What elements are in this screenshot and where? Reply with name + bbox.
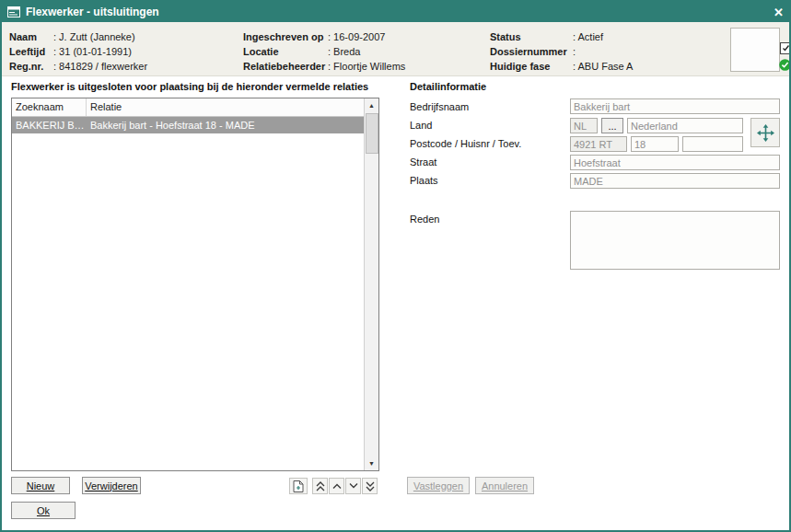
regnr-label: Reg.nr. [9, 59, 53, 74]
land-label: Land [410, 120, 432, 131]
column-header-relatie[interactable]: Relatie [87, 98, 365, 116]
plaats-label: Plaats [410, 175, 438, 186]
land-name-field[interactable] [627, 118, 743, 133]
cell-relatie: Bakkerij bart - Hoefstraat 18 - MADE [87, 117, 365, 133]
table-row[interactable]: BAKKERIJ BA... Bakkerij bart - Hoefstraa… [12, 117, 365, 133]
dossiernummer-value: : [573, 46, 576, 57]
move-down-icon[interactable] [345, 478, 361, 494]
status-value: : Actief [573, 31, 603, 42]
relatiebeheerder-value: : Floortje Willems [328, 61, 405, 72]
bedrijfsnaam-field[interactable] [570, 98, 780, 114]
annuleren-button[interactable]: Annuleren [475, 477, 534, 494]
leeftijd-value: : 31 (01-01-1991) [53, 46, 132, 57]
ingeschreven-label: Ingeschreven op [243, 29, 328, 44]
status-label: Status [490, 29, 573, 44]
header-column-3: Status: Actief Dossiernummer: Huidige fa… [490, 29, 633, 74]
move-bottom-icon[interactable] [362, 478, 378, 494]
scrollbar-thumb[interactable] [366, 113, 378, 154]
scroll-down-icon[interactable]: ▼ [365, 457, 378, 470]
leeftijd-label: Leeftijd [9, 44, 53, 59]
header-checkbox[interactable] [780, 42, 791, 54]
scroll-up-icon[interactable]: ▲ [365, 98, 378, 112]
vastleggen-button[interactable]: Vastleggen [407, 477, 470, 494]
land-browse-button[interactable]: ... [601, 118, 623, 133]
status-ok-icon [779, 59, 791, 71]
column-header-zoeknaam[interactable]: Zoeknaam [12, 98, 87, 116]
window-icon [7, 6, 20, 17]
ingeschreven-value: : 16-09-2007 [328, 31, 385, 42]
table-header-row: Zoeknaam Relatie [12, 98, 365, 117]
close-icon[interactable]: ✕ [774, 6, 784, 18]
postcode-field[interactable] [570, 136, 627, 152]
employee-header-panel: Naam: J. Zutt (Janneke) Leeftijd: 31 (01… [2, 22, 789, 76]
detail-title: Detailinformatie [410, 81, 486, 92]
ok-button[interactable]: Ok [11, 502, 76, 519]
new-document-icon[interactable] [289, 478, 308, 494]
header-column-1: Naam: J. Zutt (Janneke) Leeftijd: 31 (01… [9, 29, 147, 74]
nieuw-button[interactable]: Nieuw [11, 477, 70, 494]
dossiernummer-label: Dossiernummer [490, 44, 573, 59]
straat-label: Straat [410, 156, 436, 168]
title-bar: Flexwerker - uitsluitingen ✕ [2, 2, 789, 22]
bedrijfsnaam-label: Bedrijfsnaam [410, 101, 469, 112]
naam-label: Naam [9, 29, 53, 44]
header-column-2: Ingeschreven op: 16-09-2007 Locatie: Bre… [243, 29, 405, 74]
move-top-icon[interactable] [312, 478, 328, 494]
exclusions-caption: Flexwerker is uitgesloten voor plaatsing… [11, 81, 368, 92]
relatiebeheerder-label: Relatiebeheerder [243, 59, 328, 74]
straat-field[interactable] [570, 155, 780, 170]
flexwerker-uitsluitingen-dialog: Flexwerker - uitsluitingen ✕ Naam: J. Zu… [0, 0, 791, 532]
land-code-field[interactable] [570, 118, 598, 133]
locatie-value: : Breda [328, 46, 360, 57]
huisnr-field[interactable] [631, 136, 679, 152]
huidige-fase-value: : ABU Fase A [573, 61, 633, 72]
move-up-icon[interactable] [329, 478, 344, 494]
move-arrows-icon[interactable] [750, 118, 780, 147]
plaats-field[interactable] [570, 173, 780, 189]
exclusions-table: Zoeknaam Relatie BAKKERIJ BA... Bakkerij… [11, 98, 379, 471]
verwijderen-button[interactable]: Verwijderen [82, 477, 141, 494]
vertical-scrollbar[interactable]: ▲ ▼ [364, 98, 378, 470]
naam-value: : J. Zutt (Janneke) [53, 31, 135, 42]
window-title: Flexwerker - uitsluitingen [26, 6, 159, 18]
regnr-value: : 841829 / flexwerker [53, 61, 147, 72]
postcode-huisnr-toev-label: Postcode / Huisnr / Toev. [410, 138, 521, 149]
huidige-fase-label: Huidige fase [490, 59, 573, 74]
photo-placeholder [730, 28, 780, 72]
toevoeging-field[interactable] [682, 136, 743, 152]
locatie-label: Locatie [243, 44, 328, 59]
cell-zoeknaam: BAKKERIJ BA... [12, 117, 87, 133]
reden-label: Reden [410, 214, 439, 225]
reden-field[interactable] [570, 211, 780, 270]
